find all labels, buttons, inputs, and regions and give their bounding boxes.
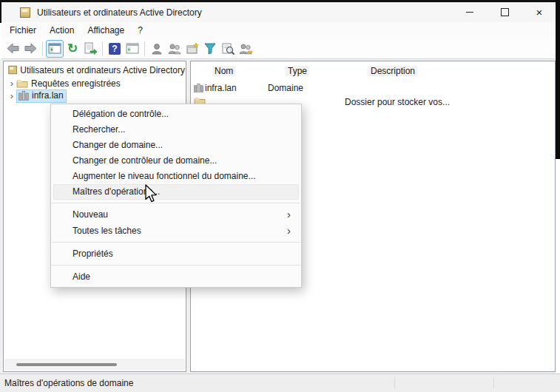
minimize-button[interactable] — [453, 2, 487, 22]
toolbar-separator — [42, 41, 43, 56]
forward-button[interactable] — [21, 40, 39, 58]
tree-root-item[interactable]: Utilisateurs et ordinateurs Active Direc… — [4, 64, 185, 76]
scrollbar-thumb[interactable] — [16, 363, 117, 366]
column-header-description[interactable]: Description — [368, 66, 417, 76]
status-bar: Maîtres d'opérations de domaine — [0, 374, 560, 392]
special-permissions-icon — [238, 42, 253, 55]
help-icon: ? — [109, 43, 121, 55]
tree-item-label: Requêtes enregistrées — [31, 78, 121, 89]
mmc-console-icon — [20, 7, 30, 18]
window-title: Utilisateurs et ordinateurs Active Direc… — [37, 7, 202, 18]
expander-chevron-icon[interactable]: › — [7, 91, 16, 101]
create-group-button[interactable] — [166, 40, 183, 58]
filter-funnel-icon — [203, 42, 217, 55]
statusbar-divider — [394, 378, 395, 388]
user-icon — [150, 42, 163, 55]
menu-item-nouveau[interactable]: Nouveau › — [51, 206, 301, 223]
menu-item-label: Nouveau — [72, 209, 108, 220]
menu-item-maitres-d-operations[interactable]: Maîtres d'opérations... — [53, 184, 299, 200]
toolbar-separator — [144, 41, 145, 56]
set-special-permissions-button[interactable] — [237, 40, 254, 58]
desktop-edge — [0, 0, 560, 2]
minimize-icon — [466, 12, 473, 13]
domain-icon — [193, 83, 204, 93]
menu-item-toutes-les-taches[interactable]: Toutes les tâches › — [51, 223, 301, 239]
show-console-tree-button[interactable] — [46, 40, 64, 58]
cell-type: Domaine — [268, 83, 303, 93]
aduc-window: Utilisateurs et ordinateurs Active Direc… — [0, 0, 560, 392]
submenu-chevron-icon: › — [287, 206, 291, 223]
export-list-icon — [84, 42, 98, 55]
mouse-cursor-icon — [142, 183, 158, 204]
refresh-button[interactable]: ↻ — [64, 40, 81, 58]
find-magnifier-icon — [221, 42, 235, 55]
menu-item-label: Toutes les tâches — [72, 226, 141, 236]
menu-item-aide[interactable]: Aide — [51, 268, 301, 285]
column-header-type[interactable]: Type — [286, 66, 309, 76]
close-icon: × — [536, 7, 543, 18]
show-action-pane-button[interactable] — [124, 40, 141, 58]
column-header-nom[interactable]: Nom — [212, 66, 235, 76]
tree-root-label: Utilisateurs et ordinateurs Active Direc… — [20, 65, 185, 75]
filter-button[interactable] — [201, 40, 219, 58]
tree-item-label: infra.lan — [32, 90, 64, 101]
menu-action[interactable]: Action — [43, 24, 81, 37]
close-button[interactable]: × — [522, 2, 556, 22]
folder-icon — [16, 78, 28, 88]
menu-item-changer-de-domaine[interactable]: Changer de domaine... — [51, 138, 301, 153]
menu-item-rechercher[interactable]: Rechercher... — [51, 122, 301, 138]
maximize-button[interactable] — [488, 2, 522, 22]
console-root-icon — [8, 64, 17, 75]
cell-name: infra.lan — [205, 83, 237, 93]
create-user-button[interactable] — [148, 40, 166, 58]
menu-fichier[interactable]: Fichier — [3, 24, 43, 37]
back-arrow-icon — [6, 41, 20, 55]
cell-description: Dossier pour stocker vos... — [345, 97, 450, 107]
group-icon — [167, 42, 182, 55]
menu-separator — [52, 265, 300, 266]
statusbar-divider — [493, 378, 494, 388]
toolbar-separator — [102, 41, 103, 56]
context-menu: Délégation de contrôle... Rechercher... … — [50, 104, 302, 288]
menu-item-changer-de-controleur-de-domaine[interactable]: Changer de contrôleur de domaine... — [51, 153, 301, 169]
organizational-unit-icon — [186, 42, 199, 55]
desktop-edge — [0, 0, 1, 23]
maximize-icon — [501, 8, 509, 16]
export-list-button[interactable] — [81, 40, 99, 58]
submenu-chevron-icon: › — [287, 223, 291, 239]
expander-chevron-icon[interactable]: › — [7, 78, 16, 88]
domain-icon — [18, 90, 30, 101]
forward-arrow-icon — [24, 41, 38, 55]
desktop-edge — [556, 0, 560, 159]
tree-item-domain[interactable]: › infra.lan — [4, 89, 185, 102]
horizontal-scrollbar[interactable] — [4, 359, 185, 371]
menu-bar: Fichier Action Affichage ? — [1, 22, 556, 38]
menu-item-delegation-de-controle[interactable]: Délégation de contrôle... — [51, 107, 301, 122]
tree-item-saved-queries[interactable]: › Requêtes enregistrées — [4, 77, 185, 89]
menu-separator — [52, 242, 300, 243]
menu-affichage[interactable]: Affichage — [81, 24, 131, 37]
action-pane-icon — [126, 43, 139, 55]
console-tree-icon — [48, 43, 61, 55]
menu-separator — [52, 203, 300, 203]
find-button[interactable] — [219, 40, 237, 58]
selected-tree-item[interactable]: infra.lan — [16, 89, 67, 103]
back-button[interactable] — [4, 40, 21, 58]
toolbar: ↻ ? — [1, 38, 556, 59]
menu-item-augmenter-le-niveau-fonctionnel[interactable]: Augmenter le niveau fonctionnel du domai… — [51, 169, 301, 184]
menu-item-proprietes[interactable]: Propriétés — [51, 246, 301, 262]
help-button[interactable]: ? — [106, 40, 124, 58]
menu-help[interactable]: ? — [131, 24, 149, 37]
create-organizational-unit-button[interactable] — [183, 40, 201, 58]
status-text: Maîtres d'opérations de domaine — [4, 378, 133, 388]
refresh-icon: ↻ — [67, 42, 78, 55]
